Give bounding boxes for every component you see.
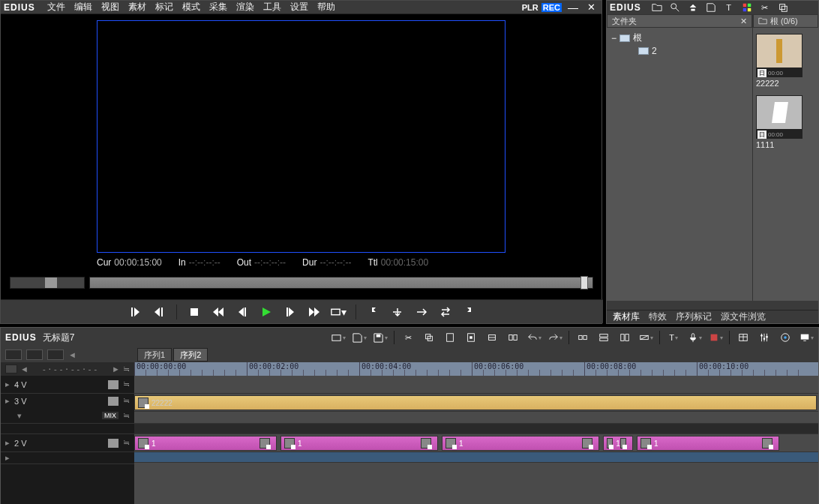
tab-library[interactable]: 素材库 bbox=[613, 310, 640, 323]
menu-settings[interactable]: 设置 bbox=[290, 1, 308, 14]
mic-icon[interactable]: ▾ bbox=[687, 330, 702, 345]
title-icon[interactable]: T bbox=[722, 2, 736, 14]
split-icon[interactable] bbox=[575, 330, 590, 345]
player-mode-rec[interactable]: REC bbox=[542, 3, 562, 12]
link-icon[interactable] bbox=[617, 330, 632, 345]
tree-root[interactable]: − 根 bbox=[611, 31, 748, 45]
next-frame-button[interactable] bbox=[282, 304, 298, 320]
timeline-clip[interactable]: 22222 bbox=[134, 395, 817, 410]
track-header-v3[interactable]: ▸3 V≒ ▾MIX≒ bbox=[1, 394, 134, 424]
track-header-v4[interactable]: ▸4 V≒ bbox=[1, 376, 134, 394]
menu-clip[interactable]: 素材 bbox=[128, 1, 146, 14]
delete-icon[interactable] bbox=[506, 330, 520, 345]
menu-tools[interactable]: 工具 bbox=[263, 1, 281, 14]
redo-icon[interactable]: ▾ bbox=[548, 330, 562, 345]
set-out-button[interactable] bbox=[151, 304, 167, 320]
menu-capture[interactable]: 采集 bbox=[209, 1, 227, 14]
video-patch-icon[interactable] bbox=[108, 397, 118, 406]
tc-cur[interactable]: 00:00:15:00 bbox=[114, 257, 161, 268]
player-mode-plr[interactable]: PLR bbox=[522, 3, 538, 12]
preview-viewport[interactable] bbox=[97, 20, 506, 253]
menu-file[interactable]: 文件 bbox=[47, 1, 65, 14]
tab-source-browser[interactable]: 源文件浏览 bbox=[721, 310, 766, 323]
tab-effects[interactable]: 特效 bbox=[649, 310, 667, 323]
position-slider[interactable] bbox=[89, 277, 593, 289]
lane-v3[interactable]: 22222 bbox=[134, 394, 818, 412]
paste-overwrite-icon[interactable] bbox=[464, 330, 478, 345]
timeline-clip[interactable]: 1 bbox=[603, 436, 633, 451]
close-button[interactable]: ✕ bbox=[584, 2, 598, 13]
prev-frame-button[interactable] bbox=[234, 304, 250, 320]
tc-out[interactable]: --:--:--:-- bbox=[254, 257, 286, 268]
timeline-clip[interactable]: 1 bbox=[134, 436, 277, 451]
mixer-icon[interactable] bbox=[757, 330, 772, 345]
fast-forward-button[interactable] bbox=[306, 304, 322, 320]
minimize-button[interactable]: — bbox=[565, 2, 581, 14]
mark-out-button[interactable] bbox=[461, 304, 478, 320]
lane-v2-sub[interactable] bbox=[134, 452, 818, 463]
monitor-icon[interactable]: ▾ bbox=[799, 330, 814, 345]
menu-mode[interactable]: 模式 bbox=[182, 1, 200, 14]
open-icon[interactable]: ▾ bbox=[352, 330, 367, 345]
cut-icon[interactable]: ✂ bbox=[400, 330, 416, 345]
timeline-ruler[interactable]: 00:00:00:0000:00:02:0000:00:04:0000:00:0… bbox=[134, 362, 818, 376]
edit-mode-normal[interactable] bbox=[5, 350, 22, 360]
new-seq-icon[interactable]: ▾ bbox=[331, 330, 346, 345]
menu-edit[interactable]: 编辑 bbox=[74, 1, 92, 14]
group-icon[interactable] bbox=[596, 330, 611, 345]
insert-button[interactable] bbox=[389, 304, 406, 320]
edit-mode-multicam[interactable] bbox=[47, 350, 64, 360]
cut-icon[interactable]: ✂ bbox=[758, 2, 772, 14]
seq-tab-1[interactable]: 序列1 bbox=[137, 348, 172, 362]
tc-dur[interactable]: --:--:--:-- bbox=[320, 257, 351, 268]
lane-v2[interactable]: 11111 bbox=[134, 434, 818, 452]
clip-thumb[interactable]: 日00:00 22222 bbox=[756, 34, 802, 89]
folder-icon[interactable] bbox=[650, 2, 664, 14]
menu-marker[interactable]: 标记 bbox=[155, 1, 173, 14]
video-patch-icon[interactable] bbox=[108, 380, 118, 389]
lane-v3-mix[interactable] bbox=[134, 412, 818, 424]
tc-in[interactable]: --:--:--:-- bbox=[189, 257, 220, 268]
clip-thumb[interactable]: 日00:00 1111 bbox=[756, 95, 802, 151]
search-icon[interactable] bbox=[668, 2, 682, 14]
import-icon[interactable] bbox=[704, 2, 718, 14]
menu-render[interactable]: 渲染 bbox=[236, 1, 254, 14]
track-header-v2-sub[interactable]: ▸ bbox=[1, 452, 134, 464]
loop-button[interactable]: ▾ bbox=[330, 304, 346, 320]
set-in-button[interactable] bbox=[127, 304, 143, 320]
render-icon[interactable]: ▾ bbox=[708, 330, 723, 345]
va-toggle[interactable] bbox=[5, 364, 17, 374]
folder-panel-close[interactable]: ✕ bbox=[740, 16, 747, 26]
default-trans-icon[interactable]: ▾ bbox=[638, 330, 653, 345]
tree-child[interactable]: 2 bbox=[611, 45, 748, 57]
menu-help[interactable]: 帮助 bbox=[317, 1, 335, 14]
video-patch-icon[interactable] bbox=[108, 439, 118, 448]
folder-tree[interactable]: − 根 2 bbox=[607, 28, 752, 60]
save-icon[interactable]: ▾ bbox=[373, 330, 388, 345]
copy-icon[interactable] bbox=[776, 2, 790, 14]
timeline-clip[interactable]: 1 bbox=[637, 436, 779, 451]
up-icon[interactable] bbox=[686, 2, 700, 14]
rewind-button[interactable] bbox=[210, 304, 226, 320]
ripple-delete-icon[interactable] bbox=[484, 330, 500, 345]
tab-seq-marker[interactable]: 序列标记 bbox=[676, 310, 712, 323]
edit-mode-trim[interactable] bbox=[26, 350, 43, 360]
seq-tab-2[interactable]: 序列2 bbox=[173, 348, 208, 362]
timeline-clip[interactable]: 1 bbox=[280, 436, 438, 451]
copy-icon[interactable] bbox=[422, 330, 436, 345]
shuttle-slider[interactable] bbox=[10, 277, 85, 289]
color-icon[interactable] bbox=[740, 2, 754, 14]
mark-in-button[interactable] bbox=[365, 304, 382, 320]
toggle-panel-icon[interactable] bbox=[736, 330, 751, 345]
menu-view[interactable]: 视图 bbox=[101, 1, 119, 14]
undo-icon[interactable]: ▾ bbox=[526, 330, 542, 345]
paste-insert-icon[interactable] bbox=[442, 330, 458, 345]
lane-v4[interactable] bbox=[134, 376, 818, 394]
title-track-icon[interactable]: T▾ bbox=[666, 330, 681, 345]
play-button[interactable] bbox=[258, 304, 274, 320]
track-lanes[interactable]: 22222 11111 bbox=[134, 376, 818, 504]
timeline-clip[interactable]: 1 bbox=[442, 436, 599, 451]
prev-edit-icon[interactable]: ◄ bbox=[20, 364, 28, 374]
overwrite-button[interactable] bbox=[413, 304, 430, 320]
next-edit-icon[interactable]: ► bbox=[112, 364, 120, 374]
